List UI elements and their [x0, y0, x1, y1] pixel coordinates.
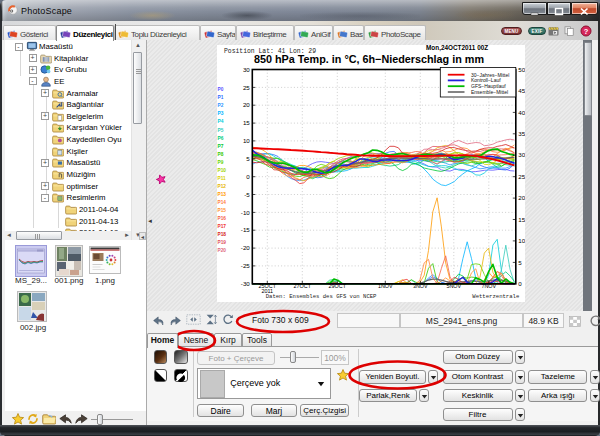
- svg-text:10: 10: [243, 137, 250, 144]
- svg-text:29OCT: 29OCT: [328, 283, 346, 289]
- svg-text:P8: P8: [217, 152, 223, 157]
- svg-text:3NOV: 3NOV: [413, 283, 428, 289]
- svg-text:30: 30: [243, 66, 250, 73]
- svg-text:P2: P2: [217, 103, 223, 108]
- svg-text:15: 15: [518, 216, 525, 223]
- svg-text:-10: -10: [241, 209, 251, 216]
- svg-text:Wetterzentrale: Wetterzentrale: [472, 293, 519, 300]
- svg-text:P14: P14: [217, 200, 226, 205]
- svg-text:27OCT: 27OCT: [293, 283, 311, 289]
- svg-text:-15: -15: [241, 226, 251, 233]
- svg-text:P19: P19: [217, 240, 226, 245]
- svg-text:P7: P7: [217, 144, 223, 149]
- svg-text:20: 20: [243, 101, 250, 108]
- svg-text:P15: P15: [217, 208, 226, 213]
- svg-text:50: 50: [518, 66, 525, 73]
- svg-text:-30: -30: [241, 280, 251, 287]
- svg-text:5: 5: [518, 259, 522, 266]
- svg-text:5: 5: [246, 155, 250, 162]
- svg-text:-20: -20: [241, 244, 251, 251]
- svg-text:25: 25: [243, 84, 250, 91]
- svg-text:45: 45: [518, 87, 525, 94]
- svg-text:7NOV: 7NOV: [481, 283, 496, 289]
- svg-text:P20: P20: [217, 248, 226, 253]
- svg-text:P12: P12: [217, 184, 226, 189]
- svg-text:10: 10: [518, 237, 525, 244]
- svg-text:P1: P1: [217, 95, 223, 100]
- svg-text:P3: P3: [217, 111, 223, 116]
- svg-text:-25: -25: [241, 262, 251, 269]
- svg-text:?: ?: [584, 26, 589, 35]
- svg-text:20: 20: [518, 194, 525, 201]
- svg-text:25: 25: [518, 173, 525, 180]
- svg-text:5NOV: 5NOV: [446, 283, 461, 289]
- svg-text:P4: P4: [217, 119, 223, 124]
- svg-text:850 hPa Temp. in °C, 6h−Nieder: 850 hPa Temp. in °C, 6h−Niederschlag in …: [254, 53, 484, 65]
- svg-text:P9: P9: [217, 160, 223, 165]
- svg-text:Ensemble−Mittel: Ensemble−Mittel: [471, 89, 508, 95]
- svg-text:1NOV: 1NOV: [378, 283, 393, 289]
- svg-text:P17: P17: [217, 224, 226, 229]
- svg-text:P11: P11: [217, 176, 226, 181]
- svg-text:Daten: Ensembles des GFS von N: Daten: Ensembles des GFS von NCEP: [265, 293, 376, 300]
- svg-text:35: 35: [518, 130, 525, 137]
- svg-text:Mon,24OCT2011 00Z: Mon,24OCT2011 00Z: [426, 45, 488, 52]
- svg-text:-5: -5: [244, 191, 250, 198]
- svg-text:P13: P13: [217, 192, 226, 197]
- svg-text:40: 40: [518, 109, 525, 116]
- svg-text:30: 30: [518, 151, 525, 158]
- svg-text:P0: P0: [217, 87, 223, 92]
- svg-text:P6: P6: [217, 136, 223, 141]
- svg-text:P10: P10: [217, 168, 226, 173]
- svg-text:P16: P16: [217, 216, 226, 221]
- svg-text:15: 15: [243, 119, 250, 126]
- svg-text:P18: P18: [217, 232, 226, 237]
- svg-text:P5: P5: [217, 128, 223, 133]
- svg-text:0: 0: [518, 280, 522, 287]
- svg-text:0: 0: [246, 173, 250, 180]
